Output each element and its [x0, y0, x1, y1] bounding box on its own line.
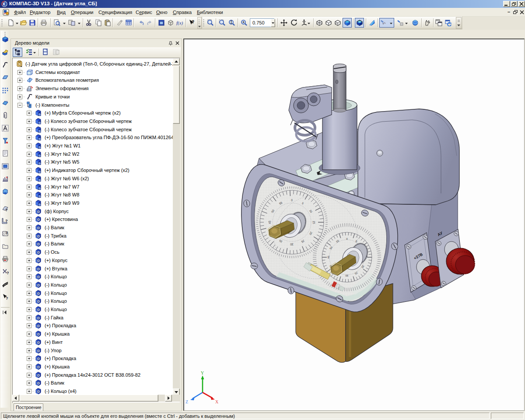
- svg-text:?: ?: [6, 231, 8, 235]
- svg-text:45: 45: [327, 256, 330, 259]
- svg-text:0: 0: [291, 199, 293, 202]
- svg-text:?: ?: [7, 271, 9, 275]
- svg-text:X: X: [215, 399, 219, 404]
- svg-text:30: 30: [345, 274, 348, 277]
- svg-text:0: 0: [346, 237, 348, 240]
- svg-text:?: ?: [192, 20, 194, 24]
- svg-text:15: 15: [312, 220, 315, 224]
- svg-text:?: ?: [5, 219, 8, 223]
- svg-text:?: ?: [5, 208, 8, 212]
- svg-text:45: 45: [268, 220, 271, 224]
- svg-text:Y: Y: [201, 371, 204, 375]
- svg-text:30: 30: [290, 243, 294, 246]
- svg-text:f(x): f(x): [176, 20, 183, 26]
- svg-text:Z: Z: [186, 399, 188, 404]
- svg-text:?: ?: [6, 296, 8, 301]
